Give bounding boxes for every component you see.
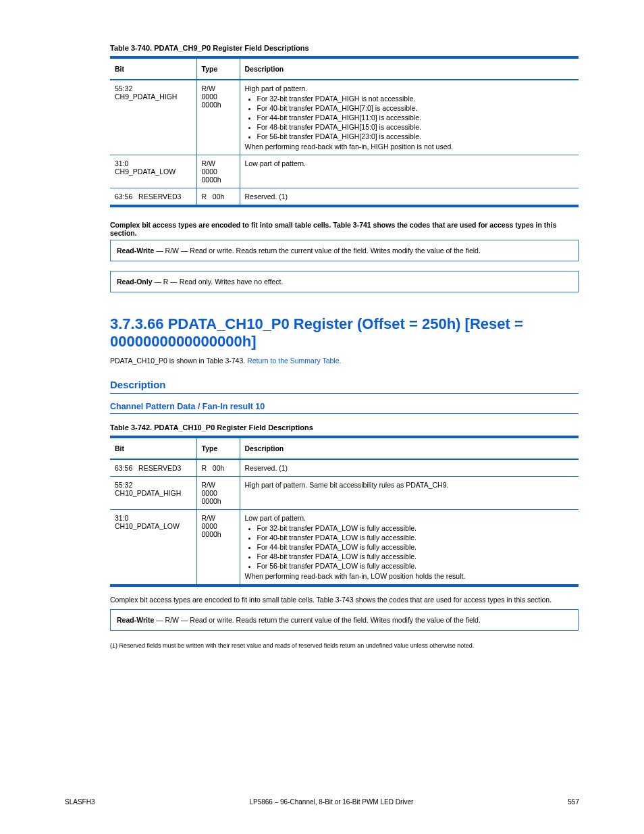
list-item: For 40-bit transfer PDATA_HIGH[7:0] is a… (257, 104, 574, 112)
table-row: 63:56 RESERVED3 R 00h Reserved. (1) (110, 188, 579, 207)
table-pdata-ch9: Bit Type Description 55:32CH9_PDATA_HIGH… (110, 56, 579, 207)
access-type-note-2: Complex bit access types are encoded to … (110, 595, 579, 605)
table-row: 55:32CH9_PDATA_HIGH R/W0000 0000h High p… (110, 80, 579, 155)
th-bit: Bit (110, 57, 196, 80)
table-row: 63:56 RESERVED3 R 00h Reserved. (1) (110, 459, 579, 477)
list-item: For 56-bit transfer PDATA_HIGH[23:0] is … (257, 132, 574, 140)
table-row: 55:32 CH10_PDATA_HIGH R/W 0000 0000h Hig… (110, 476, 579, 509)
th-desc: Description (240, 437, 579, 459)
table-row: 31:0 CH9_PDATA_LOW R/W 0000 0000h Low pa… (110, 155, 579, 188)
access-type-box-3: Read-Write — R/W — Read or write. Reads … (110, 609, 579, 631)
th-field: Type (196, 57, 240, 80)
list-item: For 32-bit transfer PDATA_HIGH is not ac… (257, 95, 574, 103)
table-pdata-ch10: Bit Type Description 63:56 RESERVED3 R 0… (110, 436, 579, 587)
footnote: (1) Reserved fields must be written with… (110, 642, 579, 650)
subsection-heading: Description (110, 379, 579, 394)
table-row: 31:0CH10_PDATA_LOW R/W0000 0000h Low par… (110, 509, 579, 585)
subsub-heading: Channel Pattern Data / Fan-In result 10 (110, 402, 579, 414)
page-footer: SLASFH3 LP5866 – 96-Channel, 8-Bit or 16… (65, 798, 579, 806)
section-subtext: PDATA_CH10_P0 is shown in Table 3-743. R… (110, 356, 579, 366)
list-item: For 48-bit transfer PDATA_HIGH[15:0] is … (257, 123, 574, 131)
list-item: For 44-bit transfer PDATA_LOW is fully a… (257, 543, 574, 551)
access-type-note: Complex bit access types are encoded to … (110, 221, 579, 237)
cell-text: When performing read-back with fan-in, H… (245, 142, 574, 151)
section-heading: 3.7.3.66 PDATA_CH10_P0 Register (Offset … (110, 315, 579, 350)
cell-text: When performing read-back with fan-in, L… (245, 572, 574, 580)
table1-title: Table 3-740. PDATA_CH9_P0 Register Field… (110, 44, 579, 52)
cell-text: Low part of pattern. (245, 514, 574, 522)
access-type-box-1: Read-Write — R/W — Read or write. Reads … (110, 240, 579, 261)
list-item: For 56-bit transfer PDATA_LOW is fully a… (257, 562, 574, 570)
cell-text: High part of pattern. (245, 84, 574, 93)
list-item: For 40-bit transfer PDATA_LOW is fully a… (257, 533, 574, 542)
list-item: For 48-bit transfer PDATA_LOW is fully a… (257, 552, 574, 561)
th-bit: Bit (110, 437, 196, 459)
th-desc: Description (240, 57, 579, 80)
footer-left: SLASFH3 (65, 798, 95, 806)
footer-center: LP5866 – 96-Channel, 8-Bit or 16-Bit PWM… (95, 798, 568, 806)
access-type-box-2: Read-Only — R — Read only. Writes have n… (110, 271, 579, 292)
footer-right: 557 (568, 798, 579, 806)
th-field: Type (196, 437, 240, 459)
list-item: For 44-bit transfer PDATA_HIGH[11:0] is … (257, 113, 574, 122)
table2-title: Table 3-742. PDATA_CH10_P0 Register Fiel… (110, 423, 579, 432)
list-item: For 32-bit transfer PDATA_LOW is fully a… (257, 524, 574, 532)
